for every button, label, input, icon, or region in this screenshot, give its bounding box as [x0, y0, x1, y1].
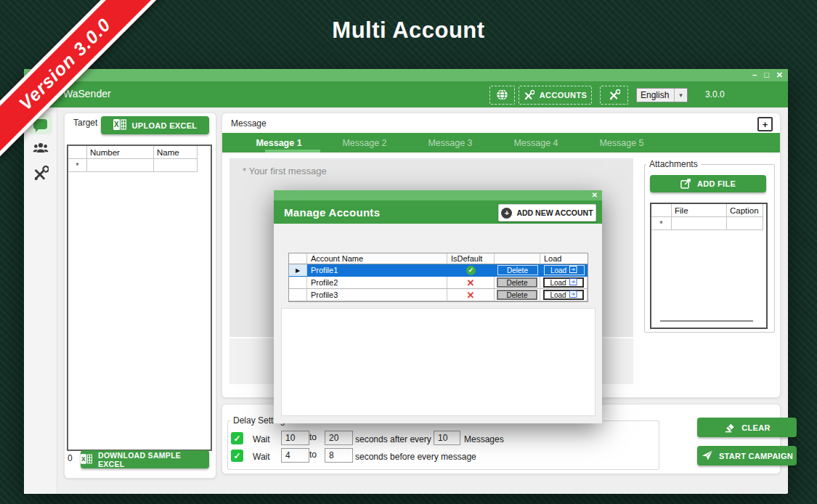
open-file-icon — [680, 178, 691, 190]
add-new-account-button[interactable]: + ADD NEW ACCOUNT — [498, 204, 596, 221]
language-globe-button[interactable] — [489, 86, 515, 105]
language-value: English — [641, 90, 669, 100]
messages-label: Messages — [464, 434, 504, 444]
delay-before-checkbox[interactable]: ✓ — [231, 450, 243, 462]
account-row[interactable]: Profile3 ✕ Delete Load — [289, 289, 588, 301]
name-cell[interactable] — [154, 159, 198, 172]
contacts-group-icon — [32, 141, 49, 158]
number-cell[interactable] — [87, 159, 154, 172]
load-button[interactable]: Load — [543, 290, 584, 300]
to-label-1: to — [309, 432, 317, 442]
active-tab-underline — [265, 150, 320, 153]
screen: Multi Account – □ ✕ WaSender ACCOUNTS — [0, 0, 817, 504]
account-name-cell[interactable]: Profile2 — [307, 277, 447, 289]
download-sample-excel-label: DOWNLOAD SAMPLE EXCEL — [98, 451, 209, 468]
attachments-label: Attachments — [646, 159, 701, 169]
delay-after-checkbox[interactable]: ✓ — [231, 432, 243, 444]
message-tabbar: Message 1 Message 2 Message 3 Message 4 … — [222, 133, 780, 153]
start-campaign-label: START CAMPAIGN — [719, 452, 793, 460]
download-sample-excel-button[interactable]: X DOWNLOAD SAMPLE EXCEL — [81, 450, 209, 468]
sidebar-item-contacts[interactable] — [24, 141, 57, 158]
start-campaign-button[interactable]: START CAMPAIGN — [697, 446, 797, 466]
accounts-button-label: ACCOUNTS — [540, 91, 588, 99]
column-header-number: Number — [87, 146, 154, 159]
load-button[interactable]: Load — [543, 277, 584, 288]
add-file-button[interactable]: ADD FILE — [650, 175, 766, 192]
tab-label: Message 1 — [256, 138, 301, 148]
dialog-titlebar: ✕ — [274, 190, 602, 200]
delay-from-input-1[interactable] — [281, 431, 309, 445]
caption-cell[interactable] — [727, 217, 763, 230]
seconds-before-label: seconds before every message — [355, 452, 476, 462]
tab-message-1[interactable]: Message 1 — [236, 133, 322, 153]
account-name-cell[interactable]: Profile3 — [307, 289, 447, 301]
tab-label: Message 4 — [513, 138, 558, 148]
check-icon: ✓ — [233, 451, 240, 461]
add-message-tab-button[interactable]: + — [757, 117, 773, 131]
isdefault-cell[interactable]: ✕ — [447, 277, 495, 289]
delay-to-input-2[interactable] — [325, 448, 353, 463]
horizontal-scrollbar[interactable] — [660, 320, 753, 322]
delete-cell: Delete — [495, 264, 540, 277]
message-label: Message — [231, 118, 267, 129]
to-label-2: to — [309, 450, 317, 460]
row-selector-cell[interactable] — [289, 277, 307, 289]
dialog-title: Manage Accounts — [284, 206, 380, 219]
dialog-close-button[interactable]: ✕ — [592, 191, 598, 200]
load-button[interactable]: Load — [544, 265, 585, 275]
tab-message-5[interactable]: Message 5 — [579, 133, 664, 153]
tools-icon — [609, 89, 620, 102]
row-selector-cell[interactable] — [289, 289, 307, 301]
upload-excel-button[interactable]: X UPLOAD EXCEL — [101, 116, 209, 134]
isdefault-cell[interactable]: ✕ — [447, 289, 495, 301]
delete-button[interactable]: Delete — [497, 277, 537, 288]
delay-from-input-2[interactable] — [281, 448, 309, 463]
file-cell[interactable] — [672, 217, 727, 230]
new-row-marker: * — [651, 217, 672, 230]
row-selector-header — [68, 146, 87, 159]
delay-to-input-1[interactable] — [325, 431, 353, 445]
tab-message-4[interactable]: Message 4 — [493, 133, 579, 153]
maximize-button[interactable]: □ — [764, 70, 769, 81]
upload-excel-label: UPLOAD EXCEL — [132, 121, 198, 130]
column-header-file: File — [672, 204, 727, 217]
column-header-delete — [495, 253, 540, 264]
default-status-icon: ✓ — [466, 266, 476, 275]
app-toolbar: WaSender ACCOUNTS English ▾ — [24, 81, 788, 107]
wait-label-2: Wait — [253, 452, 270, 462]
messages-count-input[interactable] — [434, 431, 460, 445]
delete-cell: Delete — [495, 289, 540, 301]
tab-label: Message 3 — [428, 138, 472, 148]
tab-label: Message 5 — [599, 138, 643, 148]
send-icon — [701, 449, 713, 463]
delete-cell: Delete — [495, 277, 540, 289]
settings-tools-button[interactable] — [600, 86, 628, 105]
tab-message-2[interactable]: Message 2 — [322, 133, 407, 153]
column-header-name: Name — [154, 146, 198, 159]
plus-icon: + — [763, 119, 768, 130]
dialog-content-panel — [281, 308, 596, 416]
check-icon: ✓ — [233, 434, 240, 444]
clear-button[interactable]: CLEAR — [697, 418, 797, 437]
attachments-table[interactable]: File Caption * — [650, 203, 768, 329]
delete-button[interactable]: Delete — [497, 265, 538, 275]
row-selector-cell[interactable]: ▶ — [289, 264, 307, 277]
isdefault-cell[interactable]: ✓ — [447, 264, 495, 277]
language-select[interactable]: English ▾ — [636, 88, 688, 102]
account-row[interactable]: ▶ Profile1 ✓ Delete Load — [289, 264, 588, 277]
load-label: Load — [550, 267, 566, 275]
account-name-cell[interactable]: Profile1 — [307, 264, 447, 277]
load-cell: Load — [540, 264, 588, 277]
tab-message-3[interactable]: Message 3 — [407, 133, 493, 153]
tools-icon — [524, 89, 534, 102]
close-button[interactable]: ✕ — [776, 70, 783, 81]
account-row[interactable]: Profile2 ✕ Delete Load — [289, 277, 588, 289]
accounts-button[interactable]: ACCOUNTS — [519, 86, 592, 105]
default-status-icon: ✕ — [467, 290, 475, 301]
target-table[interactable]: Number Name * — [67, 145, 212, 451]
delete-button[interactable]: Delete — [497, 290, 537, 300]
sidebar-item-tools[interactable] — [24, 165, 57, 184]
add-file-label: ADD FILE — [697, 179, 736, 188]
excel-icon: X — [113, 119, 126, 131]
minimize-button[interactable]: – — [752, 70, 757, 81]
